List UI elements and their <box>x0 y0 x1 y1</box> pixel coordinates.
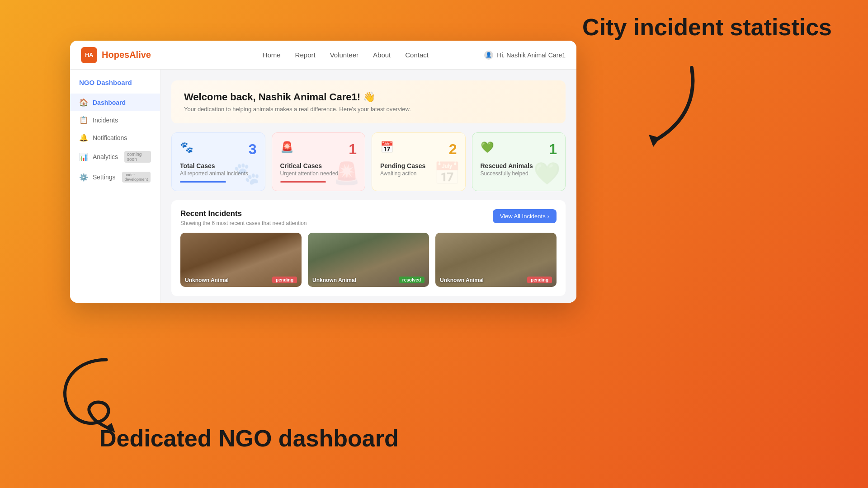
alarm-icon: 🚨 <box>280 141 294 154</box>
incident-label-2: Unknown Animal <box>312 277 356 283</box>
stats-grid: 🐾 3 Total Cases All reported animal inci… <box>171 132 566 191</box>
incident-badge-2: resolved <box>399 277 425 283</box>
logo-hopes: Hopes <box>102 50 129 60</box>
annotation-bottom-left: Dedicated NGO dashboard <box>99 425 399 452</box>
sidebar-item-notifications[interactable]: 🔔 Notifications <box>70 129 160 146</box>
incident-card-1[interactable]: Unknown Animal pending <box>180 233 302 287</box>
app-window: HA HopesAlive Home Report Volunteer Abou… <box>70 41 576 303</box>
logo-area: HA HopesAlive <box>81 47 151 63</box>
incident-card-2[interactable]: Unknown Animal resolved <box>308 233 429 287</box>
notifications-icon: 🔔 <box>79 133 88 142</box>
stat-number-pending: 2 <box>449 141 457 158</box>
main-content: NGO Dashboard 🏠 Dashboard 📋 Incidents 🔔 … <box>70 70 576 303</box>
incidents-title-group: Recent Incidents Showing the 6 most rece… <box>180 209 307 226</box>
navbar: HA HopesAlive Home Report Volunteer Abou… <box>70 41 576 70</box>
sidebar-label-analytics: Analytics <box>93 153 118 160</box>
dashboard-main: Welcome back, Nashik Animal Care1! 👋 You… <box>160 70 576 303</box>
sidebar-item-dashboard[interactable]: 🏠 Dashboard <box>70 94 160 111</box>
stat-header-total: 🐾 3 <box>180 141 257 158</box>
stat-bar-total <box>180 181 226 183</box>
sidebar-label-incidents: Incidents <box>93 117 118 124</box>
view-all-label: View All Incidents <box>500 213 546 220</box>
sidebar-item-analytics[interactable]: 📊 Analytics coming soon <box>70 146 160 167</box>
arrow-top-right-icon <box>619 59 710 160</box>
analytics-icon: 📊 <box>79 153 88 161</box>
incident-badge-3: pending <box>527 277 552 283</box>
stat-header-rescued: 💚 1 <box>481 141 557 158</box>
stat-card-total: 🐾 3 Total Cases All reported animal inci… <box>171 132 265 191</box>
nav-about[interactable]: About <box>373 51 391 59</box>
logo-text: HopesAlive <box>102 50 151 60</box>
calendar-icon: 📅 <box>380 141 394 154</box>
incidents-header: Recent Incidents Showing the 6 most rece… <box>180 209 557 226</box>
sidebar: NGO Dashboard 🏠 Dashboard 📋 Incidents 🔔 … <box>70 70 160 303</box>
logo-alive: Alive <box>129 50 151 60</box>
stat-bar-critical <box>280 181 326 183</box>
sidebar-label-notifications: Notifications <box>93 134 127 141</box>
settings-icon: ⚙️ <box>79 173 88 182</box>
stat-number-rescued: 1 <box>549 141 557 158</box>
sidebar-item-incidents[interactable]: 📋 Incidents <box>70 111 160 129</box>
sidebar-item-settings[interactable]: ⚙️ Settings underdevelopment <box>70 167 160 187</box>
incident-label-1: Unknown Animal <box>185 277 229 283</box>
incidents-icon: 📋 <box>79 116 88 124</box>
incidents-subtitle: Showing the 6 most recent cases that nee… <box>180 220 307 226</box>
stat-bg-heart-icon: 💚 <box>533 161 561 186</box>
chevron-right-icon: › <box>547 213 549 220</box>
welcome-subtitle: Your dedication to helping animals makes… <box>184 106 553 113</box>
stat-number-critical: 1 <box>349 141 357 158</box>
sidebar-label-dashboard: Dashboard <box>93 99 126 106</box>
incident-label-3: Unknown Animal <box>440 277 484 283</box>
stat-bg-paw-icon: 🐾 <box>233 161 260 186</box>
stat-bg-alarm-icon: 🚨 <box>333 161 360 186</box>
logo-badge: HA <box>81 47 97 63</box>
paw-icon: 🐾 <box>180 141 193 154</box>
user-greeting: Hi, Nashik Animal Care1 <box>497 52 566 59</box>
settings-badge: underdevelopment <box>122 172 151 183</box>
stat-card-pending: 📅 2 Pending Cases Awaiting action 📅 <box>372 132 466 191</box>
incident-badge-1: pending <box>272 277 297 283</box>
analytics-badge: coming soon <box>124 151 151 163</box>
sidebar-label-settings: Settings <box>93 174 116 181</box>
stat-card-critical: 🚨 1 Critical Cases Urgent attention need… <box>272 132 366 191</box>
nav-volunteer[interactable]: Volunteer <box>330 51 359 59</box>
user-area: 👤 Hi, Nashik Animal Care1 <box>484 51 566 60</box>
nav-report[interactable]: Report <box>295 51 316 59</box>
nav-contact[interactable]: Contact <box>405 51 429 59</box>
stat-header-critical: 🚨 1 <box>280 141 357 158</box>
stat-number-total: 3 <box>249 141 257 158</box>
heart-icon: 💚 <box>481 141 494 154</box>
welcome-title: Welcome back, Nashik Animal Care1! 👋 <box>184 91 553 103</box>
nav-home[interactable]: Home <box>263 51 281 59</box>
view-all-button[interactable]: View All Incidents › <box>493 209 557 223</box>
home-icon: 🏠 <box>79 98 88 107</box>
annotation-top-right: City incident statistics <box>582 14 832 41</box>
sidebar-title: NGO Dashboard <box>70 79 160 86</box>
user-icon: 👤 <box>484 51 493 60</box>
incidents-section: Recent Incidents Showing the 6 most rece… <box>171 200 566 296</box>
stat-bg-calendar-icon: 📅 <box>434 161 461 186</box>
stat-card-rescued: 💚 1 Rescued Animals Successfully helped … <box>472 132 566 191</box>
nav-links: Home Report Volunteer About Contact <box>263 51 429 59</box>
incidents-title: Recent Incidents <box>180 209 307 218</box>
stat-header-pending: 📅 2 <box>380 141 457 158</box>
incidents-grid: Unknown Animal pending Unknown Animal re… <box>180 233 557 287</box>
incident-card-3[interactable]: Unknown Animal pending <box>435 233 557 287</box>
welcome-banner: Welcome back, Nashik Animal Care1! 👋 You… <box>171 80 566 123</box>
